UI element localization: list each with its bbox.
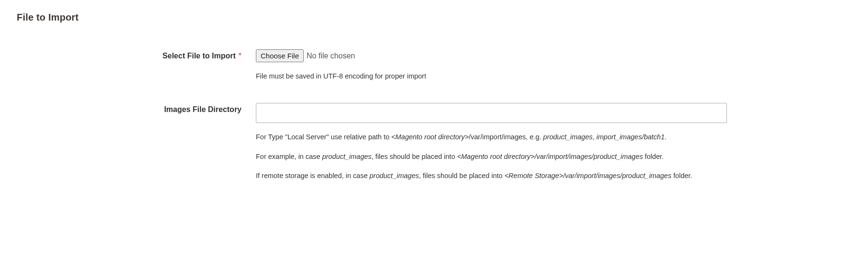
select-file-label: Select File to Import [163, 52, 236, 60]
images-dir-label: Images File Directory [164, 105, 242, 113]
select-file-control: Choose File No file chosen File must be … [256, 49, 727, 81]
images-dir-note-3: If remote storage is enabled, in case pr… [256, 170, 727, 181]
images-dir-note-2: For example, in case product_images, fil… [256, 151, 727, 162]
images-dir-note: For Type "Local Server" use relative pat… [256, 132, 727, 181]
choose-file-button[interactable]: Choose File [256, 49, 304, 62]
images-dir-row: Images File Directory For Type "Local Se… [17, 103, 851, 181]
section-title: File to Import [17, 12, 851, 23]
required-asterisk-icon: * [239, 52, 242, 60]
images-dir-label-col: Images File Directory [17, 103, 256, 114]
select-file-row: Select File to Import* Choose File No fi… [17, 49, 851, 81]
images-dir-input[interactable] [256, 103, 727, 123]
file-chosen-status: No file chosen [307, 52, 355, 60]
images-dir-control: For Type "Local Server" use relative pat… [256, 103, 727, 181]
select-file-label-col: Select File to Import* [17, 49, 256, 60]
select-file-note: File must be saved in UTF-8 encoding for… [256, 71, 727, 81]
file-input-wrapper: Choose File No file chosen [256, 49, 727, 62]
images-dir-note-1: For Type "Local Server" use relative pat… [256, 132, 727, 142]
